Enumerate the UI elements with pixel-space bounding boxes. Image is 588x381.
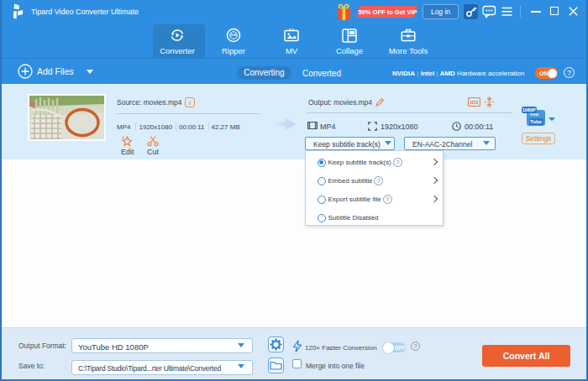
- svg-text:ID3: ID3: [470, 100, 479, 105]
- svg-text:DVD: DVD: [231, 34, 238, 37]
